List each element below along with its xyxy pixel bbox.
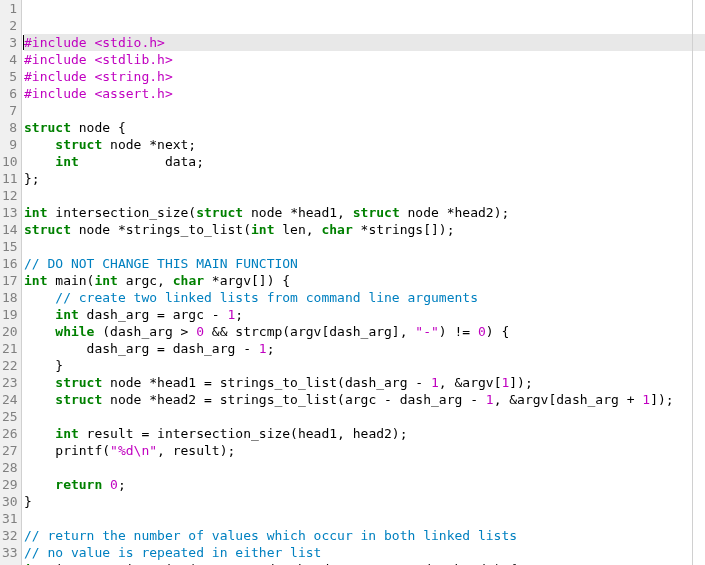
code-token: && strcmp(argv[dash_arg],: [204, 324, 415, 339]
code-token: // no value is repeated in either list: [24, 545, 321, 560]
code-line[interactable]: // no value is repeated in either list: [24, 544, 705, 561]
code-line[interactable]: // create two linked lists from command …: [24, 289, 705, 306]
code-token: // create two linked lists from command …: [55, 290, 478, 305]
code-line[interactable]: struct node *head2 = strings_to_list(arg…: [24, 391, 705, 408]
line-number: 2: [2, 17, 17, 34]
code-line[interactable]: [24, 102, 705, 119]
code-token: while: [55, 324, 94, 339]
line-number: 15: [2, 238, 17, 255]
line-number-gutter: 1234567891011121314151617181920212223242…: [0, 0, 22, 565]
code-token: main(: [47, 273, 94, 288]
code-line[interactable]: struct node {: [24, 119, 705, 136]
code-token: 1: [431, 375, 439, 390]
code-token: node *head2);: [400, 205, 510, 220]
code-line[interactable]: #include <stdlib.h>: [24, 51, 705, 68]
code-token: ]);: [509, 375, 532, 390]
code-token: 1: [642, 392, 650, 407]
line-number: 19: [2, 306, 17, 323]
code-token: <assert.h>: [94, 86, 172, 101]
code-line[interactable]: int dash_arg = argc - 1;: [24, 306, 705, 323]
code-token: [24, 392, 55, 407]
code-line[interactable]: #include <assert.h>: [24, 85, 705, 102]
code-token: };: [24, 171, 40, 186]
code-line[interactable]: struct node *strings_to_list(int len, ch…: [24, 221, 705, 238]
line-number: 20: [2, 323, 17, 340]
line-number: 33: [2, 544, 17, 561]
line-number: 22: [2, 357, 17, 374]
code-line[interactable]: };: [24, 170, 705, 187]
code-line[interactable]: [24, 238, 705, 255]
code-token: #include: [24, 35, 94, 50]
code-token: dash_arg = argc -: [79, 307, 228, 322]
code-token: ;: [235, 307, 243, 322]
code-token: return: [55, 477, 102, 492]
code-token: int: [24, 273, 47, 288]
code-token: #include: [24, 52, 94, 67]
line-number: 18: [2, 289, 17, 306]
line-number: 11: [2, 170, 17, 187]
code-token: <stdio.h>: [94, 35, 164, 50]
code-token: dash_arg = dash_arg -: [24, 341, 259, 356]
code-token: 0: [110, 477, 118, 492]
code-token: *strings[]);: [353, 222, 455, 237]
code-token: 0: [196, 324, 204, 339]
code-token: int: [24, 205, 47, 220]
code-token: node *head2 = strings_to_list(argc - das…: [102, 392, 486, 407]
code-token: struct: [55, 392, 102, 407]
code-line[interactable]: struct node *next;: [24, 136, 705, 153]
code-line[interactable]: [24, 408, 705, 425]
code-line[interactable]: }: [24, 357, 705, 374]
code-editor-area[interactable]: #include <stdio.h>#include <stdlib.h>#in…: [22, 0, 705, 565]
line-number: 13: [2, 204, 17, 221]
line-number: 24: [2, 391, 17, 408]
code-line[interactable]: // return the number of values which occ…: [24, 527, 705, 544]
code-token: struct: [55, 375, 102, 390]
code-line[interactable]: printf("%d\n", result);: [24, 442, 705, 459]
line-number: 28: [2, 459, 17, 476]
code-token: "%d\n": [110, 443, 157, 458]
code-line[interactable]: #include <string.h>: [24, 68, 705, 85]
line-number: 10: [2, 153, 17, 170]
code-line[interactable]: #include <stdio.h>: [24, 34, 705, 51]
code-token: *argv[]) {: [204, 273, 290, 288]
code-line[interactable]: [24, 510, 705, 527]
code-token: 1: [259, 341, 267, 356]
line-number: 16: [2, 255, 17, 272]
code-line[interactable]: }: [24, 493, 705, 510]
code-token: intersection_size(: [47, 205, 196, 220]
code-line[interactable]: [24, 187, 705, 204]
code-token: struct: [196, 205, 243, 220]
line-number: 27: [2, 442, 17, 459]
code-token: int: [55, 154, 78, 169]
code-token: ) {: [486, 324, 509, 339]
line-number: 8: [2, 119, 17, 136]
code-token: <stdlib.h>: [94, 52, 172, 67]
code-line[interactable]: int intersection_size(struct node *head1…: [24, 561, 705, 565]
line-number: 23: [2, 374, 17, 391]
code-token: [24, 477, 55, 492]
code-line[interactable]: dash_arg = dash_arg - 1;: [24, 340, 705, 357]
code-token: }: [24, 358, 63, 373]
code-token: #include: [24, 69, 94, 84]
code-line[interactable]: int result = intersection_size(head1, he…: [24, 425, 705, 442]
code-token: 0: [478, 324, 486, 339]
code-line[interactable]: [24, 459, 705, 476]
line-number: 6: [2, 85, 17, 102]
code-token: // return the number of values which occ…: [24, 528, 517, 543]
code-token: [24, 324, 55, 339]
code-token: ]);: [650, 392, 673, 407]
code-line[interactable]: int main(int argc, char *argv[]) {: [24, 272, 705, 289]
code-token: [102, 477, 110, 492]
code-token: struct: [24, 120, 71, 135]
code-token: , &argv[dash_arg +: [494, 392, 643, 407]
code-line[interactable]: int intersection_size(struct node *head1…: [24, 204, 705, 221]
code-line[interactable]: return 0;: [24, 476, 705, 493]
code-line[interactable]: // DO NOT CHANGE THIS MAIN FUNCTION: [24, 255, 705, 272]
line-number: 9: [2, 136, 17, 153]
code-line[interactable]: struct node *head1 = strings_to_list(das…: [24, 374, 705, 391]
code-line[interactable]: while (dash_arg > 0 && strcmp(argv[dash_…: [24, 323, 705, 340]
code-token: node *head1,: [243, 205, 353, 220]
line-number: 7: [2, 102, 17, 119]
code-line[interactable]: int data;: [24, 153, 705, 170]
line-number: 3: [2, 34, 17, 51]
